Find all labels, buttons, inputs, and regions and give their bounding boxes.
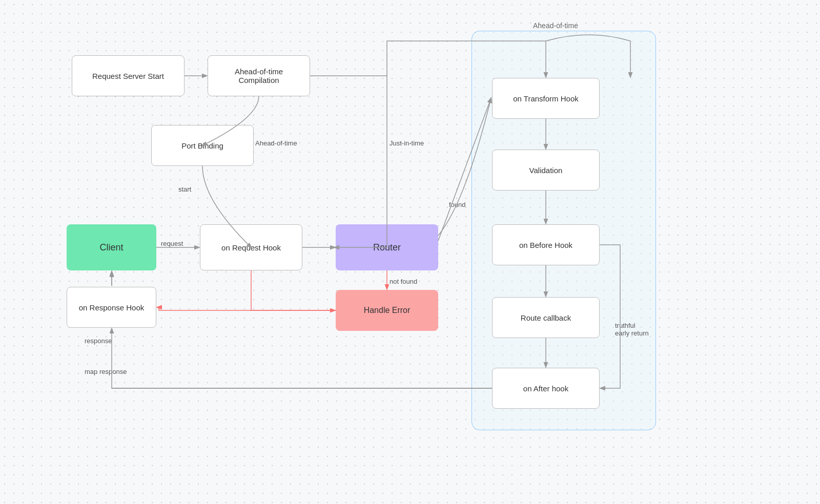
- route-callback-label: Route callback: [521, 313, 571, 322]
- truthful-early-return-label: truthful early return: [615, 322, 649, 337]
- found-label: found: [449, 201, 466, 208]
- port-binding-node: Port Binding: [151, 125, 254, 166]
- validation-label: Validation: [529, 166, 563, 175]
- on-response-hook-node: on Response Hook: [67, 287, 156, 328]
- on-request-hook-label: on Request Hook: [221, 243, 281, 252]
- aot-region-label: Ahead-of-time: [533, 22, 578, 30]
- not-found-label: not found: [389, 278, 417, 285]
- ahead-of-time-label: Ahead-of-time: [255, 139, 297, 147]
- on-transform-hook-node: on Transform Hook: [492, 78, 600, 119]
- aot-compilation-node: Ahead-of-timeCompilation: [208, 55, 310, 96]
- on-after-hook-label: on After hook: [523, 384, 568, 393]
- on-request-hook-node: on Request Hook: [200, 224, 302, 270]
- on-after-hook-node: on After hook: [492, 368, 600, 409]
- validation-node: Validation: [492, 150, 600, 191]
- on-transform-hook-label: on Transform Hook: [513, 94, 579, 103]
- port-binding-label: Port Binding: [181, 141, 223, 150]
- diagram-container: Ahead-of-time Request Server Start Ahead…: [0, 0, 820, 504]
- on-before-hook-node: on Before Hook: [492, 224, 600, 265]
- aot-compilation-label: Ahead-of-timeCompilation: [235, 67, 283, 85]
- response-label: response: [85, 337, 112, 345]
- handle-error-node: Handle Error: [336, 290, 438, 331]
- on-before-hook-label: on Before Hook: [519, 241, 572, 249]
- start-label: start: [178, 185, 191, 193]
- request-label: request: [161, 240, 183, 247]
- request-server-start-label: Request Server Start: [92, 72, 164, 80]
- client-label: Client: [99, 242, 123, 253]
- map-response-label: map response: [85, 368, 127, 375]
- client-node: Client: [67, 224, 156, 270]
- route-callback-node: Route callback: [492, 297, 600, 338]
- just-in-time-label: Just-in-time: [389, 139, 424, 147]
- handle-error-label: Handle Error: [364, 306, 411, 315]
- router-label: Router: [373, 242, 401, 253]
- router-node: Router: [336, 224, 438, 270]
- on-response-hook-label: on Response Hook: [79, 303, 145, 312]
- request-server-start-node: Request Server Start: [72, 55, 184, 96]
